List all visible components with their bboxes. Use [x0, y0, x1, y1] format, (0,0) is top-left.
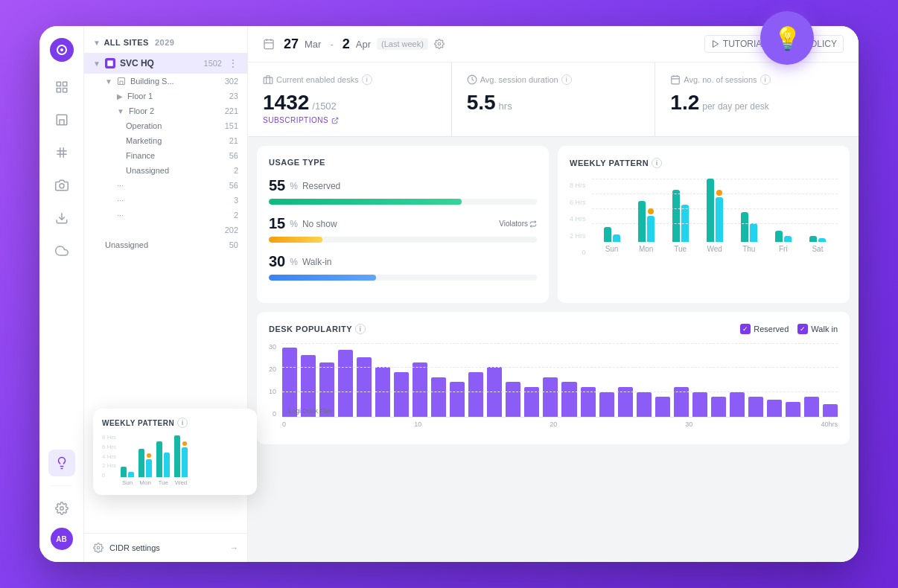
- sidebar-icon-layers[interactable]: [48, 74, 75, 100]
- fp-mon-bar2: [146, 459, 152, 477]
- avatar[interactable]: AB: [51, 528, 73, 550]
- noshow-bar: [269, 237, 322, 243]
- floating-panel-title: WEEKLY PATTERN i: [102, 418, 248, 428]
- reserved-label: Reserved: [302, 181, 340, 191]
- cidr-label: CIDR settings: [109, 543, 160, 552]
- avg-session-info-icon[interactable]: i: [561, 74, 572, 85]
- fp-y-8: 8 Hrs: [102, 434, 116, 441]
- nav-more-items-4: 202: [84, 223, 247, 237]
- nav-item-operation[interactable]: Operation 151: [84, 118, 247, 133]
- nav-item-unassigned-2[interactable]: Unassigned 50: [84, 237, 247, 252]
- noshow-sym: %: [290, 219, 298, 229]
- nav-item-marketing[interactable]: Marketing 21: [84, 133, 247, 148]
- svg-rect-25: [264, 77, 273, 83]
- usage-type-card: USAGE TYPE 55 % Reserved: [257, 146, 549, 303]
- nav-header: ▼ ALL SITES 2029: [84, 26, 247, 53]
- more-count-3: 2: [234, 211, 238, 220]
- fp-y-labels: 8 Hrs 6 Hrs 4 Hrs 2 Hrs 0: [102, 434, 116, 479]
- settings-icon[interactable]: [48, 495, 75, 522]
- current-desks-label: Current enabled desks i: [263, 74, 436, 85]
- noshow-label: No show: [302, 219, 337, 229]
- mon-dot: [648, 208, 654, 214]
- desk-pop-title: DESK POPULARITY i: [269, 324, 366, 334]
- svchq-count: 1502: [204, 59, 222, 68]
- mon-bar2: [647, 216, 655, 242]
- reserved-bar: [269, 199, 462, 205]
- nav-item-unassigned[interactable]: Unassigned 2: [84, 163, 247, 178]
- reserved-sym: %: [290, 181, 298, 191]
- sidebar-bottom: AB: [48, 482, 75, 550]
- desk-pop-chart: 30 20 10 0: [269, 343, 838, 432]
- avg-sessions-info-icon[interactable]: i: [760, 74, 771, 85]
- fp-sun-bar2: [128, 472, 134, 477]
- mon-bar1: [638, 201, 646, 242]
- desk-pop-info-icon[interactable]: i: [355, 324, 366, 334]
- current-desks-info-icon[interactable]: i: [362, 74, 372, 85]
- avg-session-label: Avg. session duration i: [467, 74, 640, 85]
- tue-label: Tue: [674, 245, 687, 253]
- stat-current-desks: Current enabled desks i 1432 /1502 SUBSC…: [248, 63, 451, 136]
- nav-item-finance[interactable]: Finance 56: [84, 148, 247, 163]
- reserved-pct: 55: [269, 177, 285, 194]
- svg-rect-5: [63, 89, 66, 92]
- sidebar-icon-camera[interactable]: [48, 172, 75, 199]
- sidebar-icon-cloud[interactable]: [48, 237, 75, 264]
- fp-day-sun: Sun: [121, 432, 134, 486]
- usage-type-title: USAGE TYPE: [269, 158, 537, 167]
- floor2-label: Floor 2: [129, 106, 154, 115]
- fp-day-tue: Tue: [156, 432, 170, 486]
- desk-y-30: 30: [269, 343, 276, 351]
- weekly-pattern-info-icon[interactable]: i: [652, 158, 662, 168]
- legend-walkin-check: ✓: [797, 324, 808, 334]
- svg-rect-15: [264, 40, 273, 49]
- all-sites-count: 2029: [155, 38, 174, 47]
- date-to-mon: Apr: [356, 39, 371, 50]
- svg-point-14: [97, 546, 100, 549]
- legend: ✓ Reserved ✓ Walk in: [740, 324, 838, 334]
- date-separator: -: [330, 39, 333, 50]
- sidebar-icon-download[interactable]: [48, 205, 75, 231]
- floor1-label: Floor 1: [127, 92, 153, 100]
- usage-walkin: 30 % Walk-in: [269, 253, 537, 281]
- x-40: 40hrs: [821, 421, 838, 428]
- wed-bar1: [707, 179, 714, 242]
- floor2-count: 221: [225, 106, 238, 115]
- svchq-dots[interactable]: ⋮: [228, 57, 238, 69]
- mon-label: Mon: [639, 245, 653, 253]
- thu-label: Thu: [742, 245, 755, 253]
- sidebar-icon-grid[interactable]: [48, 139, 75, 166]
- wed-bar2: [716, 197, 723, 242]
- walkin-label: Walk-in: [302, 257, 332, 267]
- nav-item-floor1[interactable]: ▶ Floor 1 23: [84, 89, 247, 103]
- sidebar-logo[interactable]: [50, 38, 74, 62]
- marketing-label: Marketing: [126, 136, 162, 145]
- current-desks-value: 1432 /1502: [263, 91, 436, 115]
- finance-count: 56: [229, 151, 238, 160]
- sidebar: AB: [39, 26, 84, 562]
- period-tag: (Last week): [377, 38, 428, 50]
- stat-avg-session: Avg. session duration i 5.5 hrs: [452, 63, 655, 136]
- floating-panel-info-icon[interactable]: i: [177, 418, 188, 428]
- nav-item-floor2[interactable]: ▼ Floor 2 221: [84, 103, 247, 118]
- fp-wed-bar1: [174, 435, 180, 477]
- subscriptions-link[interactable]: SUBSCRIPTIONS: [263, 116, 436, 124]
- fp-wed-dot: [182, 441, 187, 446]
- date-range: 27 Mar - 2 Apr (Last week): [263, 36, 445, 52]
- fp-mon-label: Mon: [139, 479, 151, 486]
- violators-link[interactable]: Violators: [499, 220, 537, 228]
- svg-rect-12: [107, 60, 113, 66]
- x-30: 30: [685, 421, 692, 428]
- nav-item-svchq[interactable]: ▼ SVC HQ 1502 ⋮: [84, 53, 247, 74]
- svg-point-1: [60, 48, 63, 51]
- svg-rect-3: [63, 82, 66, 86]
- walkin-pct: 30: [269, 253, 285, 270]
- sidebar-icon-lightbulb[interactable]: [48, 450, 75, 476]
- wed-dot: [716, 190, 722, 196]
- nav-item-building[interactable]: ▼ Building S... 302: [84, 74, 247, 89]
- svg-rect-4: [57, 89, 60, 92]
- more-count-2: 3: [234, 196, 238, 205]
- desk-label: Logi Dock Flex: [288, 407, 333, 415]
- cidr-link[interactable]: CIDR settings →: [93, 543, 238, 553]
- fp-y-0: 0: [102, 472, 116, 479]
- sidebar-icon-building[interactable]: [48, 106, 75, 133]
